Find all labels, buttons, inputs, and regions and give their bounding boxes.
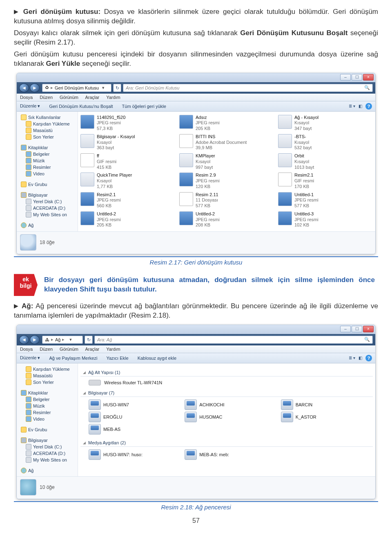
computer-item[interactable]: K_ASTOR: [281, 412, 373, 422]
nav-downloads[interactable]: Karşıdan Yükleme: [18, 121, 78, 127]
menu-file[interactable]: Dosya: [20, 95, 33, 100]
breadcrumb[interactable]: 🖧 ▸ Ağ ▸ ▼: [42, 336, 83, 344]
nav-libraries[interactable]: Kitaplıklar: [18, 390, 78, 396]
menu-edit[interactable]: Düzen: [40, 95, 53, 100]
nav-websites[interactable]: My Web Sites on: [18, 457, 78, 463]
view-mode-icon[interactable]: ≣ ▾: [349, 356, 355, 360]
menu-file[interactable]: Dosya: [20, 347, 33, 352]
file-item[interactable]: Untitled-1 JPEG resmi 577 KB: [278, 192, 373, 209]
computer-item[interactable]: BARCIN: [281, 399, 373, 410]
nav-desktop[interactable]: Masaüstü: [18, 372, 78, 379]
menu-view[interactable]: Görünüm: [60, 95, 78, 100]
search-input[interactable]: Ara: Geri Dönüşüm Kutusu 🔍: [123, 84, 373, 92]
back-button[interactable]: ◄: [19, 83, 29, 92]
preview-pane-icon[interactable]: ◧: [359, 356, 362, 360]
chevron-down-icon[interactable]: ▼: [69, 338, 72, 342]
nav-video[interactable]: Video: [18, 416, 78, 422]
computer-item[interactable]: HUSO-WIN7: [89, 399, 180, 410]
nav-network[interactable]: Ağ: [18, 467, 78, 474]
group-infrastructure[interactable]: ◢ Ağ Alt Yapısı (1): [80, 368, 373, 376]
file-item[interactable]: Untitled-3 JPEG resmi 102 KB: [278, 211, 373, 228]
forward-button[interactable]: ►: [30, 83, 40, 92]
nav-homegroup[interactable]: Ev Grubu: [18, 426, 78, 433]
chevron-down-icon[interactable]: ▼: [101, 86, 105, 90]
menu-view[interactable]: Görünüm: [60, 347, 78, 352]
toolbar-organize[interactable]: Düzenle ▾: [20, 103, 40, 109]
nav-pictures[interactable]: Resimler: [18, 164, 78, 170]
media-device-item[interactable]: HUSO-WIN7: huso:: [89, 449, 180, 460]
close-button[interactable]: ×: [363, 74, 374, 81]
file-item[interactable]: ff GIF resmi 415 KB: [80, 153, 175, 170]
file-item[interactable]: Bilgisayar - Kısayol Kısayol 363 bayt: [80, 134, 175, 151]
nav-favorites[interactable]: Sık Kullanılanlar: [18, 114, 78, 121]
nav-video[interactable]: Video: [18, 170, 78, 177]
forward-button[interactable]: ►: [30, 335, 40, 344]
file-item[interactable]: Resim2.1 GIF resmi 170 KB: [278, 173, 373, 189]
nav-homegroup[interactable]: Ev Grubu: [18, 181, 78, 188]
nav-computer[interactable]: Bilgisayar: [18, 437, 78, 444]
view-mode-icon[interactable]: ≣ ▾: [349, 104, 355, 108]
file-item[interactable]: Untitled-2 JPEG resmi 205 KB: [80, 211, 175, 228]
computer-item[interactable]: ACHIKOCHI: [185, 399, 276, 410]
toolbar-add-printer[interactable]: Yazıcı Ekle: [106, 356, 128, 361]
nav-drive-c[interactable]: Yerel Disk (C:): [18, 444, 78, 450]
menu-help[interactable]: Yardım: [106, 95, 120, 100]
nav-documents[interactable]: Belgeler: [18, 151, 78, 157]
toolbar-restore-all[interactable]: Tüm öğeleri geri yükle: [122, 104, 166, 109]
computer-item[interactable]: MEB-AS: [89, 424, 180, 435]
preview-pane-icon[interactable]: ◧: [359, 104, 362, 108]
help-icon[interactable]: ?: [365, 103, 372, 110]
group-media[interactable]: ◢ Medya Aygıtları (2): [80, 439, 373, 447]
file-item[interactable]: Untitled-2 JPEG resmi 208 KB: [179, 211, 274, 228]
nav-libraries[interactable]: Kitaplıklar: [18, 144, 78, 151]
file-item[interactable]: Resim 2.9 JPEG resmi 120 KB: [179, 173, 274, 189]
nav-drive-c[interactable]: Yerel Disk (C:): [18, 198, 78, 205]
group-computers[interactable]: ◢ Bilgisayar (7): [80, 389, 373, 397]
file-item[interactable]: Resim2.1 JPEG resmi 560 KB: [80, 192, 175, 209]
toolbar-organize[interactable]: Düzenle ▾: [20, 355, 40, 361]
nav-drive-d[interactable]: ACERDATA (D:): [18, 205, 78, 211]
toolbar-add-wireless[interactable]: Kablosuz aygıt ekle: [138, 356, 176, 361]
minimize-button[interactable]: –: [340, 326, 351, 332]
menu-tools[interactable]: Araçlar: [85, 347, 99, 352]
nav-computer[interactable]: Bilgisayar: [18, 192, 78, 198]
nav-recent[interactable]: Son Yerler: [18, 134, 78, 140]
menu-tools[interactable]: Araçlar: [85, 95, 99, 100]
media-device-item[interactable]: MEB-AS: meb:: [185, 449, 276, 460]
help-icon[interactable]: ?: [365, 355, 372, 361]
file-item[interactable]: KMPlayer Kısayol 997 bayt: [179, 153, 274, 170]
search-input[interactable]: Ara: Ağ 🔍: [94, 336, 373, 344]
menu-edit[interactable]: Düzen: [40, 347, 53, 352]
nav-recent[interactable]: Son Yerler: [18, 379, 78, 385]
toolbar-network-center[interactable]: Ağ ve Paylaşım Merkezi: [49, 356, 97, 361]
file-item[interactable]: QuickTime Player Kısayol 1,77 KB: [80, 173, 175, 189]
nav-websites[interactable]: My Web Sites on: [18, 211, 78, 218]
nav-downloads[interactable]: Karşıdan Yükleme: [18, 366, 78, 372]
maximize-button[interactable]: ☐: [352, 326, 362, 332]
nav-music[interactable]: Müzik: [18, 403, 78, 409]
maximize-button[interactable]: ☐: [352, 74, 362, 81]
file-item[interactable]: Resim 2.11 11 Dosyası 577 KB: [179, 192, 274, 209]
close-button[interactable]: ×: [363, 326, 374, 332]
back-button[interactable]: ◄: [19, 335, 29, 344]
nav-network[interactable]: Ağ: [18, 222, 78, 229]
file-item[interactable]: Ağ - Kısayol Kısayol 347 bayt: [278, 115, 373, 132]
nav-music[interactable]: Müzik: [18, 157, 78, 164]
file-item[interactable]: Orbit Kısayol 1013 bayt: [278, 153, 373, 170]
menu-help[interactable]: Yardım: [106, 347, 120, 352]
computer-item[interactable]: HUSOMAC: [185, 412, 276, 422]
nav-documents[interactable]: Belgeler: [18, 396, 78, 403]
nav-desktop[interactable]: Masaüstü: [18, 127, 78, 134]
file-item[interactable]: BITTI INS Adobe Acrobat Document 39,9 MB: [179, 134, 274, 151]
refresh-button[interactable]: ↻: [113, 84, 121, 92]
file-item[interactable]: Adsız JPEG resmi 205 KB: [179, 115, 274, 132]
minimize-button[interactable]: –: [340, 74, 351, 81]
computer-item[interactable]: EROĞLU: [89, 412, 180, 422]
breadcrumb[interactable]: ♻ ▸ Geri Dönüşüm Kutusu ▼: [42, 84, 111, 92]
toolbar-empty[interactable]: Geri Dönüşüm Kutusu'nu Boşalt: [49, 104, 113, 109]
nav-pictures[interactable]: Resimler: [18, 409, 78, 416]
nav-drive-d[interactable]: ACERDATA (D:): [18, 450, 78, 457]
file-item[interactable]: 1148291_f520 JPEG resmi 57,3 KB: [80, 115, 175, 132]
refresh-button[interactable]: ↻: [85, 336, 93, 344]
file-item[interactable]: -BTS- Kısayol 532 bayt: [278, 134, 373, 151]
